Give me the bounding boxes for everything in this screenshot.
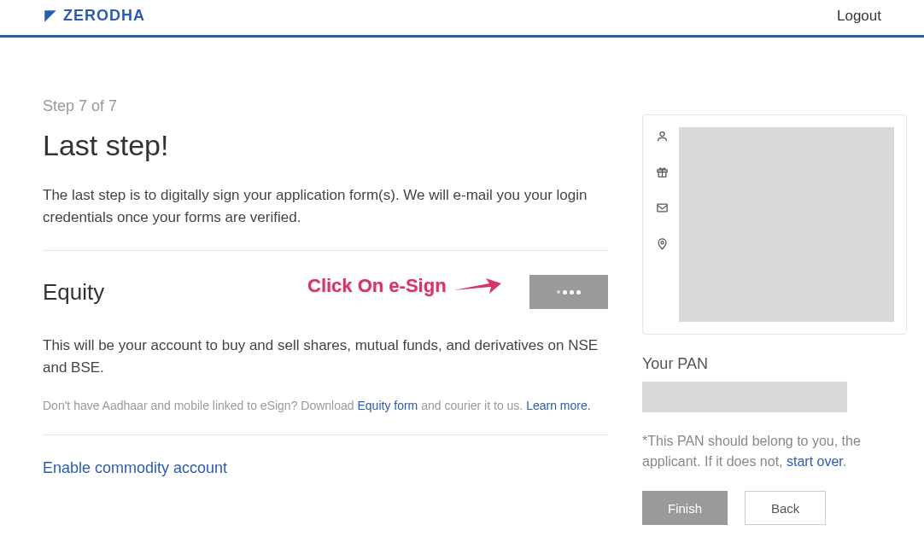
start-over-link[interactable]: start over [787, 454, 843, 469]
location-pin-icon [655, 236, 669, 250]
divider [43, 435, 608, 435]
equity-title: Equity [43, 279, 104, 306]
gift-icon [655, 165, 669, 178]
header: ZERODHA Logout [0, 0, 924, 38]
esign-button[interactable] [529, 275, 608, 309]
arrow-right-icon [452, 275, 503, 297]
loading-dot-icon [563, 290, 567, 295]
zerodha-icon [43, 9, 58, 24]
back-button[interactable]: Back [745, 491, 826, 525]
help-prefix: Don't have Aadhaar and mobile linked to … [43, 399, 357, 412]
annotation-text: Click On e-Sign [307, 275, 447, 297]
profile-icon-list [655, 127, 669, 322]
loading-dot-icon [557, 290, 560, 294]
pan-label: Your PAN [642, 355, 907, 373]
equity-section-head: Equity Click On e-Sign [43, 275, 608, 309]
svg-point-0 [660, 131, 664, 136]
person-icon [655, 129, 669, 143]
equity-form-link[interactable]: Equity form [357, 399, 418, 412]
mail-icon [655, 201, 669, 214]
action-buttons: Finish Back [642, 491, 907, 525]
main-content: Step 7 of 7 Last step! The last step is … [43, 97, 608, 525]
pan-value-placeholder [642, 382, 847, 412]
pan-note-suffix: . [843, 454, 846, 469]
page-subtitle: The last step is to digitally sign your … [43, 184, 608, 228]
learn-more-link[interactable]: Learn more. [526, 399, 590, 412]
equity-help-line: Don't have Aadhaar and mobile linked to … [43, 399, 608, 412]
page-title: Last step! [43, 129, 608, 162]
equity-desc: This will be your account to buy and sel… [43, 335, 608, 378]
profile-card [642, 114, 907, 335]
page-container: Step 7 of 7 Last step! The last step is … [0, 38, 924, 542]
loading-dot-icon [570, 290, 574, 295]
svg-point-4 [660, 241, 663, 243]
enable-commodity-link[interactable]: Enable commodity account [43, 459, 608, 477]
help-mid: and courier it to us. [418, 399, 526, 412]
step-indicator: Step 7 of 7 [43, 97, 608, 115]
finish-button[interactable]: Finish [642, 491, 728, 525]
pan-note: *This PAN should belong to you, the appl… [642, 431, 907, 472]
brand-text: ZERODHA [63, 7, 145, 25]
loading-dot-icon [576, 290, 581, 295]
divider [43, 250, 608, 251]
sidebar: Your PAN *This PAN should belong to you,… [642, 97, 907, 525]
brand-logo[interactable]: ZERODHA [43, 7, 145, 25]
svg-rect-3 [657, 204, 666, 212]
profile-photo-placeholder [679, 127, 894, 322]
logout-link[interactable]: Logout [837, 8, 881, 25]
annotation-callout: Click On e-Sign [307, 275, 503, 297]
